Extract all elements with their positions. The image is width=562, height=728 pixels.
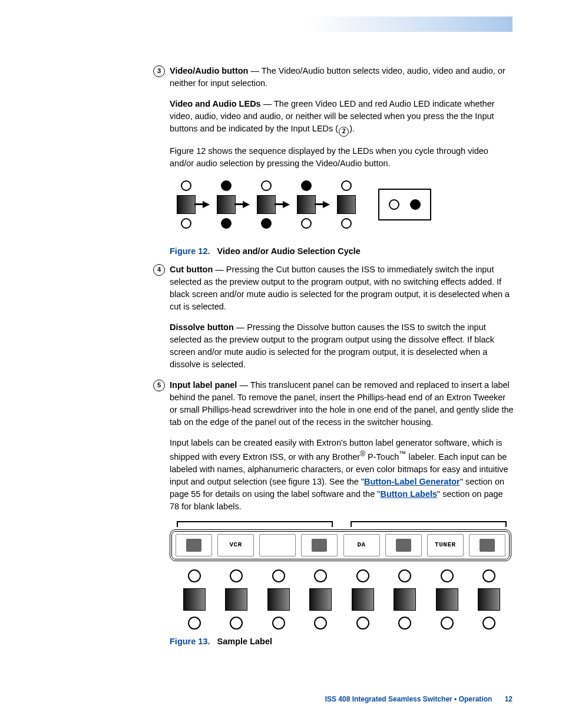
- laptop-icon: [396, 539, 411, 552]
- link-button-label-generator[interactable]: Button-Label Generator: [364, 477, 460, 486]
- pc-icon: [480, 539, 495, 552]
- panel-slot-3: [259, 534, 296, 556]
- camcorder-icon: [186, 539, 201, 552]
- led-solid-icon: [410, 199, 421, 210]
- page: 3 Video/Audio button — The Video/Audio b…: [0, 0, 562, 728]
- term-video-audio-button: Video/Audio button: [170, 66, 248, 75]
- cut-button-para: Cut button — Pressing the Cut button cau…: [170, 263, 514, 313]
- item-3: 3 Video/Audio button — The Video/Audio b…: [153, 65, 514, 263]
- registered-mark: ®: [360, 450, 365, 458]
- slot-2-label: VCR: [229, 541, 242, 550]
- callout-4-icon: 4: [153, 264, 165, 276]
- trademark-mark: ™: [399, 450, 406, 458]
- header-gradient-bar: [0, 17, 513, 32]
- term-video-audio-leds: Video and Audio LEDs: [170, 99, 261, 108]
- video-audio-leds-para: Video and Audio LEDs — The green Video L…: [170, 98, 514, 137]
- text-cut-button: — Pressing the Cut button causes the ISS…: [170, 265, 510, 311]
- slot-7-label: TUNER: [435, 541, 456, 550]
- panel-slot-4: [301, 534, 338, 556]
- fig12-intro-para: Figure 12 shows the sequence displayed b…: [170, 145, 514, 170]
- device-icon: [312, 539, 327, 552]
- dissolve-button-para: Dissolve button — Pressing the Dissolve …: [170, 321, 514, 371]
- figure-12-label: Figure 12.: [170, 246, 210, 256]
- figure-13-diagram: VCR DA TUNER: [170, 521, 514, 630]
- page-footer: ISS 408 Integrated Seamless Switcher • O…: [325, 694, 513, 704]
- panel-slot-2: VCR: [217, 534, 254, 556]
- video-audio-button-para: Video/Audio button — The Video/Audio but…: [170, 65, 514, 90]
- callout-3-icon: 3: [153, 65, 165, 77]
- input-label-panel-para: Input label panel — This translucent pan…: [170, 379, 514, 429]
- labels-mid1: P-Touch: [365, 452, 399, 462]
- panel-slot-7: TUNER: [427, 534, 464, 556]
- figure-12-diagram: [176, 178, 514, 231]
- figure-13-label: Figure 13.: [170, 637, 210, 646]
- slot-5-label: DA: [357, 541, 365, 550]
- figure-12-caption: Figure 12. Video and/or Audio Selection …: [170, 245, 514, 258]
- panel-slot-6: [385, 534, 422, 556]
- input-labels-para: Input labels can be created easily with …: [170, 437, 514, 513]
- callout-5-icon: 5: [153, 380, 165, 391]
- figure-13-title: Sample Label: [217, 637, 272, 646]
- panel-slot-5: DA: [343, 534, 380, 556]
- led-open-icon: [389, 199, 399, 210]
- term-dissolve-button: Dissolve button: [170, 322, 234, 332]
- body-content: 3 Video/Audio button — The Video/Audio b…: [153, 65, 514, 654]
- link-button-labels[interactable]: Button Labels: [380, 489, 437, 499]
- item-5: 5 Input label panel — This translucent p…: [153, 379, 514, 654]
- footer-text: ISS 408 Integrated Seamless Switcher • O…: [325, 695, 492, 703]
- figure-13-caption: Figure 13. Sample Label: [170, 635, 514, 648]
- panel-slot-1: [176, 534, 212, 556]
- page-number: 12: [505, 695, 513, 703]
- panel-slot-8: [469, 534, 505, 556]
- item-4: 4 Cut button — Pressing the Cut button c…: [153, 263, 514, 379]
- callout-2-inline-ref-icon: 2: [339, 127, 349, 137]
- figure-12-legend: [378, 189, 431, 220]
- label-panel: VCR DA TUNER: [170, 529, 511, 561]
- button-row: [177, 569, 507, 630]
- term-input-label-panel: Input label panel: [170, 380, 237, 390]
- figure-12-title: Video and/or Audio Selection Cycle: [217, 246, 361, 256]
- leds-text-after: ).: [349, 124, 355, 133]
- term-cut-button: Cut button: [170, 265, 213, 274]
